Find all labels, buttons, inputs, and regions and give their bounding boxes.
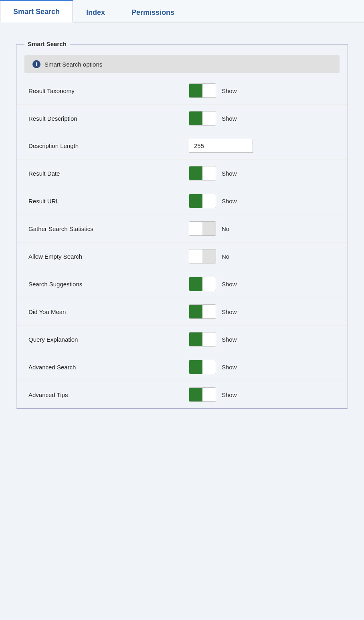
info-bar-text: Smart Search options [44,61,102,68]
toggle-result-description[interactable] [189,111,216,126]
toggle-value-label-result-taxonomy: Show [222,87,242,94]
toggle-value-label-gather-search-statistics: No [222,225,242,232]
fields-container: Result TaxonomyShowResult DescriptionSho… [16,77,348,408]
toggle-value-label-did-you-mean: Show [222,308,242,315]
field-row-result-description: Result DescriptionShow [16,105,348,132]
tab-index[interactable]: Index [73,2,118,22]
field-control-allow-empty-search: No [189,249,242,263]
field-row-advanced-tips: Advanced TipsShow [16,381,348,408]
toggle-value-label-advanced-search: Show [222,364,242,371]
field-label-did-you-mean: Did You Mean [28,308,189,315]
toggle-gather-search-statistics[interactable] [189,221,216,236]
field-row-description-length: Description Length [16,132,348,160]
section-border: Smart Search i Smart Search options Resu… [16,44,348,409]
field-control-result-date: Show [189,166,242,180]
field-label-result-url: Result URL [28,198,189,205]
main-content: Smart Search i Smart Search options Resu… [0,22,364,421]
field-control-result-taxonomy: Show [189,83,242,98]
toggle-result-date[interactable] [189,166,216,180]
field-control-gather-search-statistics: No [189,221,242,236]
field-control-advanced-tips: Show [189,387,242,402]
toggle-query-explanation[interactable] [189,332,216,346]
info-bar: i Smart Search options [24,55,340,73]
field-control-result-description: Show [189,111,242,126]
toggle-advanced-tips[interactable] [189,387,216,402]
input-description-length[interactable] [189,139,253,153]
field-label-gather-search-statistics: Gather Search Statistics [28,225,189,232]
field-label-allow-empty-search: Allow Empty Search [28,253,189,260]
tab-permissions[interactable]: Permissions [118,2,188,22]
toggle-value-label-query-explanation: Show [222,336,242,343]
field-row-result-date: Result DateShow [16,160,348,187]
section-title: Smart Search [24,41,70,47]
field-control-did-you-mean: Show [189,304,242,319]
field-control-query-explanation: Show [189,332,242,346]
field-row-search-suggestions: Search SuggestionsShow [16,270,348,298]
toggle-advanced-search[interactable] [189,360,216,374]
tab-smart-search[interactable]: Smart Search [0,0,73,22]
toggle-result-url[interactable] [189,194,216,208]
field-row-did-you-mean: Did You MeanShow [16,298,348,326]
field-row-gather-search-statistics: Gather Search StatisticsNo [16,215,348,243]
field-label-search-suggestions: Search Suggestions [28,281,189,288]
field-label-query-explanation: Query Explanation [28,336,189,343]
field-label-advanced-search: Advanced Search [28,364,189,371]
field-label-description-length: Description Length [28,142,189,149]
field-row-result-url: Result URLShow [16,187,348,215]
info-icon: i [32,60,40,68]
tabs-bar: Smart Search Index Permissions [0,0,364,22]
field-label-result-taxonomy: Result Taxonomy [28,87,189,94]
field-row-query-explanation: Query ExplanationShow [16,326,348,353]
field-control-description-length [189,139,253,153]
toggle-did-you-mean[interactable] [189,304,216,319]
toggle-value-label-result-url: Show [222,198,242,205]
section-smart-search: Smart Search i Smart Search options Resu… [16,44,348,409]
field-label-advanced-tips: Advanced Tips [28,391,189,398]
field-row-advanced-search: Advanced SearchShow [16,353,348,381]
toggle-value-label-result-description: Show [222,115,242,122]
field-row-allow-empty-search: Allow Empty SearchNo [16,243,348,270]
field-control-result-url: Show [189,194,242,208]
toggle-value-label-search-suggestions: Show [222,281,242,288]
field-control-advanced-search: Show [189,360,242,374]
toggle-value-label-result-date: Show [222,170,242,177]
toggle-value-label-advanced-tips: Show [222,391,242,398]
toggle-search-suggestions[interactable] [189,277,216,291]
toggle-value-label-allow-empty-search: No [222,253,242,260]
toggle-result-taxonomy[interactable] [189,83,216,98]
toggle-allow-empty-search[interactable] [189,249,216,263]
field-control-search-suggestions: Show [189,277,242,291]
field-label-result-description: Result Description [28,115,189,122]
field-row-result-taxonomy: Result TaxonomyShow [16,77,348,105]
field-label-result-date: Result Date [28,170,189,177]
